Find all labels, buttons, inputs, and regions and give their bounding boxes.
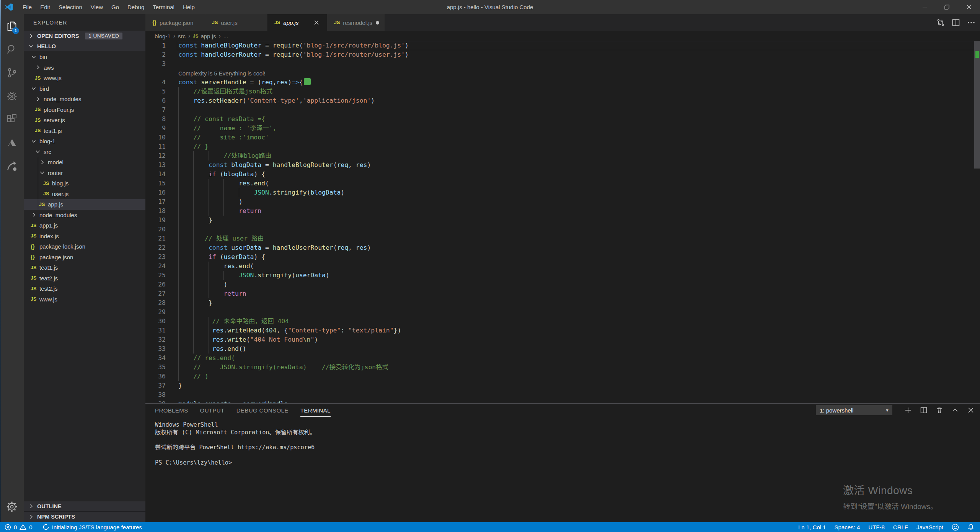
tree-item-server.js[interactable]: JSserver.js (24, 115, 145, 126)
status-cursor-position[interactable]: Ln 1, Col 1 (798, 524, 826, 530)
tree-item-bird[interactable]: bird (24, 83, 145, 94)
activity-custom-extension[interactable] (0, 154, 24, 178)
panel-tab-debug-console[interactable]: DEBUG CONSOLE (236, 404, 289, 417)
kill-terminal-button[interactable] (936, 406, 943, 414)
tab-app.js[interactable]: JSapp.js (267, 14, 327, 31)
code-editor[interactable]: 1const handleBlogRouter = require('blog-… (145, 41, 980, 403)
breadcrumb-...[interactable]: ... (223, 33, 228, 39)
breadcrumb-app.js[interactable]: JSapp.js (193, 33, 216, 39)
code-line-9: 9 // name : '李泽一', (145, 124, 980, 133)
status-errors[interactable]: 0 (5, 524, 17, 530)
tree-item-router[interactable]: router (24, 168, 145, 178)
tree-item-package.json[interactable]: {}package.json (24, 252, 145, 263)
menu-selection[interactable]: Selection (54, 0, 86, 14)
line-number: 38 (145, 390, 166, 399)
tree-item-label: model (48, 159, 64, 165)
status-feedback[interactable] (952, 524, 959, 531)
section-outline[interactable]: OUTLINE (24, 501, 145, 511)
split-terminal-button[interactable] (920, 406, 928, 414)
section-npm-scripts[interactable]: NPM SCRIPTS (24, 511, 145, 522)
panel-tab-output[interactable]: OUTPUT (200, 404, 225, 417)
tree-item-src[interactable]: src (24, 147, 145, 157)
gear-icon (6, 501, 18, 513)
tree-item-app.js[interactable]: JSapp.js (24, 199, 145, 210)
menu-edit[interactable]: Edit (36, 0, 54, 14)
status-notifications[interactable] (967, 524, 974, 531)
tree-item-www.js[interactable]: JSwww.js (24, 294, 145, 305)
status-language-status[interactable]: Initializing JS/TS language features (42, 524, 142, 530)
split-editor-button[interactable] (952, 18, 960, 27)
code-line-19: 19 } (145, 216, 980, 225)
tree-item-pfourFour.js[interactable]: JSpfourFour.js (24, 105, 145, 115)
close-panel-button[interactable] (967, 406, 975, 414)
tree-item-bin[interactable]: bin (24, 52, 145, 62)
close-window-button[interactable] (958, 0, 980, 14)
tree-item-index.js[interactable]: JSindex.js (24, 231, 145, 242)
activity-source-control[interactable] (0, 61, 24, 84)
menu-debug[interactable]: Debug (123, 0, 148, 14)
tree-item-blog-1[interactable]: blog-1 (24, 136, 145, 147)
code-line-31: 31 res.writeHead(404, {"Content-type": "… (145, 326, 980, 335)
tree-item-blog.js[interactable]: JSblog.js (24, 178, 145, 189)
panel-tab-problems[interactable]: PROBLEMS (155, 404, 188, 417)
folder-section-header[interactable]: HELLO (24, 41, 145, 51)
tree-item-node_modules[interactable]: node_modules (24, 94, 145, 105)
explorer-badge: 1 (12, 27, 19, 34)
tab-close-icon[interactable] (311, 20, 322, 25)
menu-file[interactable]: File (18, 0, 36, 14)
window-controls (913, 0, 980, 14)
tree-item-label: pfourFour.js (44, 106, 74, 113)
tree-item-test2.js[interactable]: JStest2.js (24, 283, 145, 294)
terminal-output[interactable]: Windows PowerShell版权所有 (C) Microsoft Cor… (155, 421, 316, 467)
tree-item-user.js[interactable]: JSuser.js (24, 189, 145, 200)
minimize-window-button[interactable] (913, 0, 936, 14)
menu-terminal[interactable]: Terminal (148, 0, 179, 14)
terminal-select[interactable]: 1: powershell ▼ (816, 405, 892, 415)
status-eol[interactable]: CRLF (893, 524, 908, 530)
tab-package.json[interactable]: {}package.json (145, 14, 205, 31)
tree-item-www.js[interactable]: JSwww.js (24, 73, 145, 83)
tree-item-teat1.js[interactable]: JSteat1.js (24, 262, 145, 273)
line-number: 29 (145, 308, 166, 317)
tree-item-package-lock.json[interactable]: {}package-lock.json (24, 241, 145, 252)
activity-debug[interactable] (0, 84, 24, 108)
new-terminal-button[interactable] (904, 406, 912, 414)
source-control-icon (6, 67, 18, 79)
status-indentation[interactable]: Spaces: 4 (835, 524, 860, 530)
breadcrumb-blog-1[interactable]: blog-1 (155, 33, 171, 39)
tree-item-node_modules[interactable]: node_modules (24, 210, 145, 221)
breadcrumb-src[interactable]: src (178, 33, 186, 39)
tab-user.js[interactable]: JSuser.js (205, 14, 267, 31)
tree-item-label: teat1.js (39, 264, 58, 271)
settings-button[interactable] (0, 498, 24, 515)
status-warnings[interactable]: 0 (20, 524, 32, 530)
editor-scrollbar[interactable] (974, 41, 980, 169)
maximize-panel-button[interactable] (951, 406, 959, 414)
tree-item-model[interactable]: model (24, 157, 145, 168)
activity-explorer[interactable]: 1 (0, 14, 24, 38)
codelens-annotation[interactable]: Complexity is 5 Everything is cool! (145, 69, 980, 78)
restore-window-button[interactable] (936, 0, 958, 14)
activity-search[interactable] (0, 38, 24, 61)
activity-extensions[interactable] (0, 108, 24, 131)
status-encoding[interactable]: UTF-8 (868, 524, 885, 530)
tree-item-teat2.js[interactable]: JSteat2.js (24, 273, 145, 284)
more-actions-button[interactable] (967, 18, 975, 27)
tree-item-label: teat2.js (39, 275, 58, 282)
tree-item-aws[interactable]: aws (24, 62, 145, 73)
menu-help[interactable]: Help (179, 0, 199, 14)
menu-view[interactable]: View (86, 0, 107, 14)
panel-tab-terminal[interactable]: TERMINAL (300, 404, 331, 417)
open-editors-section-header[interactable]: OPEN EDITORS 1 UNSAVED (24, 31, 145, 41)
watermark-line1: 激活 Windows (843, 482, 938, 497)
code-line-1: 1const handleBlogRouter = require('blog-… (145, 41, 980, 50)
menu-go[interactable]: Go (107, 0, 123, 14)
tree-item-test1.js[interactable]: JStest1.js (24, 126, 145, 136)
tab-resmodel.js[interactable]: JSresmodel.js (327, 14, 385, 31)
activity-azure[interactable] (0, 131, 24, 154)
status-language-mode[interactable]: JavaScript (916, 524, 943, 530)
tree-item-label: www.js (44, 75, 62, 81)
tree-item-app1.js[interactable]: JSapp1.js (24, 220, 145, 231)
open-changes-button[interactable] (936, 18, 945, 27)
tab-modified-dot[interactable] (375, 21, 380, 25)
